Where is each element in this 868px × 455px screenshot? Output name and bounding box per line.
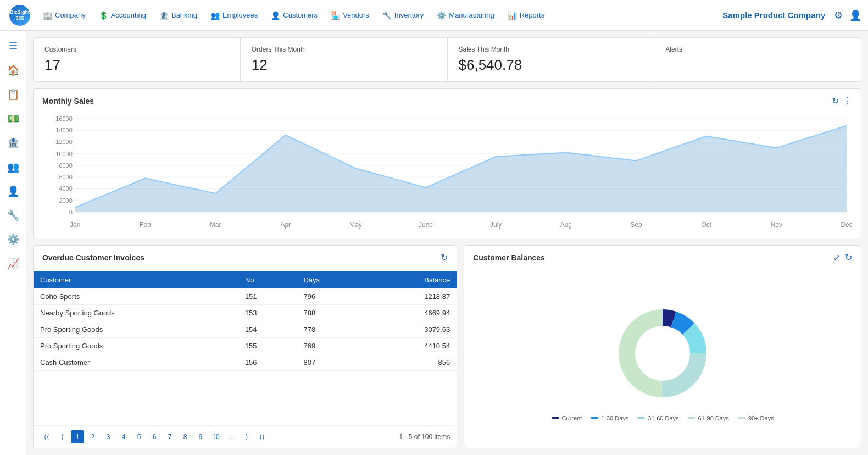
invoices-table-head: CustomerNoDaysBalance (34, 271, 457, 288)
sidebar-wrench-icon[interactable]: 🔧 (2, 204, 24, 226)
orders-label: Orders This Month (252, 46, 436, 53)
sales-card[interactable]: Sales This Month $6,540.78 (448, 38, 655, 81)
nav-item-customers[interactable]: 👤Customers (265, 8, 323, 23)
page-first-btn[interactable]: ⟨⟨ (40, 430, 53, 443)
page-btn-9[interactable]: 9 (194, 430, 207, 443)
nav-right-icons: ⚙ 👤 (834, 9, 861, 21)
orders-card[interactable]: Orders This Month 12 (241, 38, 448, 81)
alerts-label: Alerts (665, 46, 850, 53)
sidebar-dollar-icon[interactable]: 💵 (2, 108, 24, 130)
chart-actions: ↻ ⋮ (832, 96, 852, 106)
customers-nav-icon: 👤 (271, 11, 280, 20)
banking-nav-label: Banking (171, 11, 197, 19)
nav-menu: 🏢Company💲Accounting🏦Banking👥Employees👤Cu… (37, 8, 722, 23)
summary-cards: Customers 17 Orders This Month 12 Sales … (33, 37, 861, 82)
nav-item-company[interactable]: 🏢Company (37, 8, 91, 23)
page-btn-2[interactable]: 2 (86, 430, 99, 443)
sales-value: $6,540.78 (459, 57, 643, 74)
page-btn-5[interactable]: 5 (132, 430, 146, 443)
legend-label: Current (562, 415, 582, 421)
balances-refresh-icon[interactable]: ↻ (845, 252, 852, 263)
page-btn-10[interactable]: 10 (209, 430, 222, 443)
invoices-table-body: Coho Sports 151 796 1218.87 Nearby Sport… (34, 288, 457, 371)
nav-item-accounting[interactable]: 💲Accounting (93, 8, 152, 23)
overdue-invoices-panel: Overdue Customer Invoices ↻ CustomerNoDa… (33, 245, 457, 448)
balances-header: Customer Balances ⤢ ↻ (464, 246, 861, 267)
settings-icon[interactable]: ⚙ (834, 9, 843, 21)
table-row[interactable]: Coho Sports 151 796 1218.87 (34, 288, 457, 305)
table-row[interactable]: Cash Customer 156 807 856 (34, 354, 457, 371)
nav-item-banking[interactable]: 🏦Banking (154, 8, 203, 23)
sidebar-person-icon[interactable]: 👤 (2, 180, 24, 202)
svg-text:4000: 4000 (59, 185, 72, 192)
table-row[interactable]: Pro Sporting Goods 155 769 4410.54 (34, 338, 457, 354)
customers-card[interactable]: Customers 17 (34, 38, 241, 81)
page-btn-3[interactable]: 3 (102, 430, 115, 443)
nav-item-manufacturing[interactable]: ⚙️Manufacturing (431, 8, 499, 23)
donut-segment-61-90-days[interactable] (663, 353, 706, 397)
legend-item-1-30-days: 1-30 Days (591, 415, 628, 421)
invoices-refresh-icon[interactable]: ↻ (441, 252, 448, 263)
svg-text:8000: 8000 (59, 162, 72, 169)
page-btn-7[interactable]: 7 (163, 430, 176, 443)
sidebar-gear-icon[interactable]: ⚙️ (2, 229, 24, 251)
legend-dot (637, 417, 645, 419)
donut-legend: Current1-30 Days31-60 Days61-90 Days90+ … (552, 415, 774, 421)
invoice-balance: 856 (366, 354, 457, 371)
chart-refresh-icon[interactable]: ↻ (832, 96, 839, 106)
nav-item-inventory[interactable]: 🔧Inventory (377, 8, 429, 23)
svg-text:Nov: Nov (771, 221, 782, 229)
invoice-no: 155 (238, 338, 297, 354)
sidebar-home-icon[interactable]: 🏠 (2, 59, 24, 81)
page-btn-4[interactable]: 4 (117, 430, 130, 443)
page-btn-6[interactable]: 6 (148, 430, 161, 443)
col-header-no: No (238, 271, 297, 288)
page-prev-btn[interactable]: ⟨ (55, 430, 69, 443)
sidebar-people-icon[interactable]: 👥 (2, 156, 24, 178)
page-btn-8[interactable]: 8 (179, 430, 192, 443)
sidebar-report-icon[interactable]: 📈 (2, 253, 24, 275)
invoice-customer: Pro Sporting Goods (34, 321, 238, 338)
page-last-btn[interactable]: ⟩⟩ (255, 430, 269, 443)
sales-label: Sales This Month (459, 46, 643, 53)
legend-dot (738, 417, 745, 419)
logo[interactable]: BizSight365 (7, 5, 33, 26)
svg-text:Feb: Feb (140, 221, 151, 229)
chart-more-icon[interactable]: ⋮ (843, 96, 852, 106)
invoice-no: 156 (238, 354, 297, 371)
balances-title: Customer Balances (473, 253, 545, 262)
svg-text:Jan: Jan (70, 221, 80, 229)
nav-item-reports[interactable]: 📊Reports (502, 8, 550, 23)
balances-expand-icon[interactable]: ⤢ (833, 252, 841, 263)
reports-nav-icon: 📊 (508, 11, 517, 20)
inventory-nav-label: Inventory (394, 11, 424, 19)
donut-segment-90+-days[interactable] (619, 309, 663, 397)
col-header-days: Days (297, 271, 365, 288)
table-row[interactable]: Nearby Sporting Goods 153 788 4669.94 (34, 305, 457, 321)
invoice-balance: 4410.54 (366, 338, 457, 354)
page-btn-1[interactable]: 1 (71, 430, 84, 443)
alerts-card[interactable]: Alerts (654, 38, 861, 81)
invoice-no: 153 (238, 305, 297, 321)
nav-item-employees[interactable]: 👥Employees (205, 8, 263, 23)
page-next-btn[interactable]: ⟩ (240, 430, 253, 443)
page-ellipsis: ... (225, 430, 238, 443)
monthly-sales-chart: 0200040006000800010000120001400016000Jan… (42, 110, 852, 231)
sidebar-menu-icon[interactable]: ☰ (2, 35, 24, 57)
sidebar-dashboard-icon[interactable]: 📋 (2, 84, 24, 106)
legend-dot (591, 417, 598, 419)
logo-circle: BizSight365 (9, 5, 30, 26)
svg-text:Mar: Mar (210, 221, 221, 229)
svg-text:May: May (349, 221, 362, 229)
nav-item-vendors[interactable]: 🏪Vendors (325, 8, 375, 23)
accounting-nav-label: Accounting (111, 11, 146, 19)
vendors-nav-label: Vendors (343, 11, 369, 19)
orders-value: 12 (252, 57, 436, 74)
chart-title: Monthly Sales (42, 97, 94, 106)
company-nav-label: Company (55, 11, 86, 19)
invoice-days: 778 (297, 321, 365, 338)
invoice-days: 788 (297, 305, 365, 321)
sidebar-bank-icon[interactable]: 🏦 (2, 132, 24, 154)
user-icon[interactable]: 👤 (849, 9, 861, 21)
table-row[interactable]: Pro Sporting Goods 154 778 3079.63 (34, 321, 457, 338)
